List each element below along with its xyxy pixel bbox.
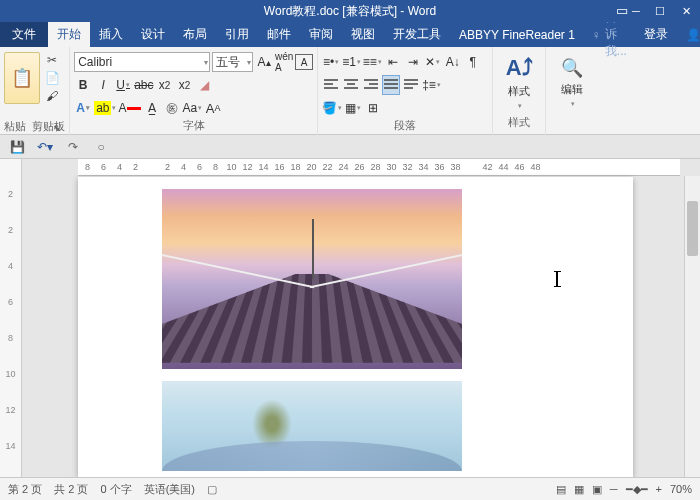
read-mode-button[interactable]: ▤ <box>556 483 566 496</box>
show-marks-button[interactable]: ¶ <box>464 52 482 72</box>
vertical-scrollbar[interactable] <box>684 176 700 477</box>
tab-review[interactable]: 审阅 <box>300 22 342 47</box>
snap-to-grid-button[interactable]: ⊞ <box>364 98 382 118</box>
font-grow-shrink-button[interactable]: AA <box>204 98 222 118</box>
tab-mailings[interactable]: 邮件 <box>258 22 300 47</box>
vertical-ruler[interactable]: 22468101214 <box>0 159 22 477</box>
justify-button[interactable] <box>382 75 400 95</box>
chevron-down-icon: ▾ <box>518 102 522 110</box>
search-icon: 🔍 <box>561 57 583 79</box>
share-button[interactable]: 👤共享 <box>677 22 700 47</box>
status-bar: 第 2 页 共 2 页 0 个字 英语(美国) ▢ ▤ ▦ ▣ ─ ━◆━ + … <box>0 477 700 500</box>
print-layout-button[interactable]: ▦ <box>574 483 584 496</box>
asian-layout-button[interactable]: ✕▾ <box>424 52 442 72</box>
change-case-button[interactable]: Aa▾ <box>183 98 203 118</box>
text-cursor <box>556 271 558 287</box>
font-size-combo[interactable]: 五号▾ <box>212 52 254 72</box>
document-title: Word教程.doc [兼容模式] - Word <box>264 3 436 20</box>
group-editing: 🔍 编辑 ▾ <box>546 47 598 135</box>
horizontal-ruler[interactable]: 8642246810121416182022242628303234363842… <box>78 159 680 176</box>
highlight-button[interactable]: ab▾ <box>94 98 116 118</box>
align-center-button[interactable] <box>342 75 360 95</box>
paste-icon: 📋 <box>11 67 33 89</box>
minimize-button[interactable]: ─ <box>624 0 648 22</box>
tab-references[interactable]: 引用 <box>216 22 258 47</box>
subscript-button[interactable]: x2 <box>155 75 173 95</box>
tab-home[interactable]: 开始 <box>48 22 90 47</box>
status-pages[interactable]: 共 2 页 <box>54 482 88 497</box>
tab-design[interactable]: 设计 <box>132 22 174 47</box>
copy-button[interactable]: 📄 <box>42 70 62 86</box>
tab-file[interactable]: 文件 <box>0 22 48 47</box>
clipboard-launcher[interactable]: ⬊ <box>51 123 63 135</box>
editing-button[interactable]: 🔍 编辑 ▾ <box>550 49 594 115</box>
quick-access-toolbar: 💾 ↶▾ ↷ ○ <box>0 135 700 159</box>
group-label-font: 字体 <box>74 118 313 134</box>
underline-button[interactable]: U▾ <box>114 75 132 95</box>
font-color-button[interactable]: A <box>118 98 140 118</box>
line-spacing-button[interactable]: ‡≡▾ <box>422 75 441 95</box>
image-watercolor-landscape[interactable] <box>162 381 462 471</box>
format-painter-button[interactable]: 🖌 <box>42 88 62 104</box>
tab-layout[interactable]: 布局 <box>174 22 216 47</box>
bold-button[interactable]: B <box>74 75 92 95</box>
tab-addin[interactable]: ABBYY FineReader 1 <box>450 22 584 47</box>
enclose-characters-button[interactable]: ㊩ <box>163 98 181 118</box>
tab-developer[interactable]: 开发工具 <box>384 22 450 47</box>
login-button[interactable]: 登录 <box>635 22 677 47</box>
tab-insert[interactable]: 插入 <box>90 22 132 47</box>
zoom-slider[interactable]: ━◆━ <box>626 483 648 496</box>
share-icon: 👤 <box>686 28 700 42</box>
ribbon-tabs: 文件 开始 插入 设计 布局 引用 邮件 审阅 视图 开发工具 ABBYY Fi… <box>0 22 700 47</box>
status-page[interactable]: 第 2 页 <box>8 482 42 497</box>
document-area: 22468101214 8642246810121416182022242628… <box>0 159 700 477</box>
image-pier-sunset[interactable] <box>162 189 462 369</box>
zoom-in-button[interactable]: + <box>656 483 662 495</box>
document-page[interactable] <box>78 177 633 477</box>
redo-button[interactable]: ↷ <box>64 138 82 156</box>
borders-button[interactable]: ▦▾ <box>344 98 362 118</box>
align-right-button[interactable] <box>362 75 380 95</box>
status-language[interactable]: 英语(美国) <box>144 482 195 497</box>
undo-button[interactable]: ↶▾ <box>36 138 54 156</box>
bullets-button[interactable]: ≡•▾ <box>322 52 340 72</box>
strikethrough-button[interactable]: abc <box>134 75 153 95</box>
align-left-button[interactable] <box>322 75 340 95</box>
numbering-button[interactable]: ≡1▾ <box>342 52 361 72</box>
tab-view[interactable]: 视图 <box>342 22 384 47</box>
distribute-button[interactable] <box>402 75 420 95</box>
font-name-combo[interactable]: Calibri▾ <box>74 52 210 72</box>
qat-customize-button[interactable]: ○ <box>92 138 110 156</box>
character-border-button[interactable]: A <box>295 54 313 70</box>
save-button[interactable]: 💾 <box>8 138 26 156</box>
zoom-out-button[interactable]: ─ <box>610 483 618 495</box>
group-label-styles: 样式 <box>497 115 541 131</box>
increase-indent-button[interactable]: ⇥ <box>404 52 422 72</box>
decrease-indent-button[interactable]: ⇤ <box>384 52 402 72</box>
clear-formatting-button[interactable]: ◢ <box>195 75 213 95</box>
tell-me-search[interactable]: ♀ 告诉我... <box>584 22 635 47</box>
paste-button[interactable]: 📋 <box>4 52 40 104</box>
maximize-button[interactable]: ☐ <box>648 0 672 22</box>
chevron-down-icon: ▾ <box>204 58 208 67</box>
sort-button[interactable]: A↓ <box>444 52 462 72</box>
chevron-down-icon: ▾ <box>247 58 251 67</box>
styles-button[interactable]: A⤴ 样式 ▾ <box>497 49 541 115</box>
macro-recording-icon[interactable]: ▢ <box>207 483 217 496</box>
multilevel-list-button[interactable]: ≡≡▾ <box>363 52 382 72</box>
group-clipboard: 📋 ✂ 📄 🖌 粘贴 剪贴板⬊ <box>0 47 70 135</box>
web-layout-button[interactable]: ▣ <box>592 483 602 496</box>
close-button[interactable]: ✕ <box>672 0 700 22</box>
lightbulb-icon: ♀ <box>592 28 601 42</box>
status-words[interactable]: 0 个字 <box>100 482 131 497</box>
group-label-clipboard: 粘贴 剪贴板⬊ <box>4 119 65 135</box>
italic-button[interactable]: I <box>94 75 112 95</box>
cut-button[interactable]: ✂ <box>42 52 62 68</box>
grow-font-button[interactable]: A▴ <box>255 52 273 72</box>
character-shading-button[interactable]: A̲ <box>143 98 161 118</box>
phonetic-guide-button[interactable]: wénA <box>275 52 293 72</box>
superscript-button[interactable]: x2 <box>175 75 193 95</box>
zoom-level[interactable]: 70% <box>670 483 692 495</box>
text-effects-button[interactable]: A▾ <box>74 98 92 118</box>
shading-button[interactable]: 🪣▾ <box>322 98 342 118</box>
